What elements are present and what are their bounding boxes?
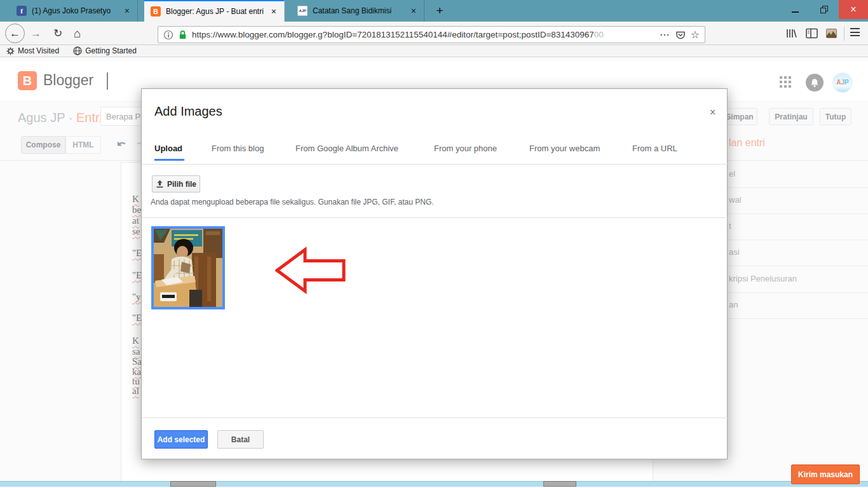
dialog-tab-from-your-webcam[interactable]: From your webcam [529, 144, 600, 153]
browser-tab[interactable]: f(1) Agus Joko Prasetyo× [10, 0, 138, 22]
dialog-tab-from-a-url[interactable]: From a URL [632, 144, 677, 153]
gear-icon [6, 47, 15, 55]
https-lock-icon [178, 30, 187, 40]
browser-tab[interactable]: AJPCatatan Sang Bidikmisi× [291, 0, 424, 22]
bookmark-label: Most Visited [18, 46, 59, 55]
choose-file-button[interactable]: Pilih file [152, 175, 200, 193]
pocket-icon[interactable] [675, 29, 686, 41]
screenshot-extension-icon[interactable] [826, 29, 837, 38]
tab-title: Blogger: Agus JP - Buat entri [166, 7, 265, 16]
dialog-close-icon[interactable]: × [710, 107, 715, 118]
toolbar-separator [844, 27, 844, 41]
sidebars-icon[interactable] [806, 28, 818, 39]
send-feedback-button[interactable]: Kirim masukan [791, 464, 860, 484]
scrollbar-thumb[interactable] [170, 481, 216, 487]
dialog-tab-from-google-album-archive[interactable]: From Google Album Archive [295, 144, 398, 153]
site-info-icon[interactable] [163, 30, 173, 40]
ajp-icon: AJP [297, 6, 308, 16]
window-close-button[interactable]: × [839, 0, 868, 19]
upload-note: Anda dapat mengupload beberapa file seka… [151, 198, 434, 207]
choose-file-label: Pilih file [167, 180, 196, 189]
dialog-tab-upload[interactable]: Upload [154, 144, 182, 153]
photo-classroom-scene [154, 229, 222, 307]
dialog-tab-from-your-phone[interactable]: From your phone [434, 144, 497, 153]
dialog-divider [142, 164, 728, 165]
url-faded-part: 00 [594, 30, 604, 39]
page-actions-icon[interactable]: ··· [660, 30, 670, 39]
minimize-icon [792, 11, 799, 13]
restore-icon [820, 6, 828, 13]
bookmark-label: Getting Started [85, 46, 137, 55]
dialog-divider [142, 217, 728, 218]
back-button[interactable]: ← [5, 24, 25, 43]
menu-hamburger-icon[interactable] [850, 28, 860, 36]
dialog-tab-from-this-blog[interactable]: From this blog [212, 144, 264, 153]
url-bar[interactable]: https://www.blogger.com/blogger.g?blogID… [158, 26, 705, 43]
globe-icon [73, 46, 82, 55]
blogger-icon: B [151, 6, 161, 17]
browser-tab[interactable]: BBlogger: Agus JP - Buat entri× [144, 0, 285, 22]
library-icon[interactable] [785, 28, 798, 39]
dialog-footer-divider [142, 417, 728, 418]
tab-title: (1) Agus Joko Prasetyo [32, 6, 118, 15]
tab-title: Catatan Sang Bidikmisi [313, 6, 405, 15]
url-text[interactable]: https://www.blogger.com/blogger.g?blogID… [192, 30, 656, 39]
scrollbar-thumb[interactable] [543, 481, 576, 487]
active-tab-underline [154, 159, 184, 161]
red-arrow-annotation [275, 245, 346, 295]
tab-close-icon[interactable]: × [270, 6, 278, 17]
firefox-window: f(1) Agus Joko Prasetyo×BBlogger: Agus J… [0, 0, 868, 488]
window-minimize-button[interactable] [780, 0, 810, 19]
uploaded-photo-thumbnail[interactable] [151, 226, 225, 309]
cancel-button[interactable]: Batal [217, 430, 264, 449]
facebook-icon: f [17, 6, 27, 16]
dialog-title: Add Images [154, 104, 222, 119]
back-arrow-icon: ← [10, 27, 20, 40]
forward-button[interactable]: → [31, 28, 41, 39]
browser-tab-bar: f(1) Agus Joko Prasetyo×BBlogger: Agus J… [0, 0, 868, 22]
bookmark-getting-started[interactable]: Getting Started [73, 46, 137, 55]
bookmark-most-visited[interactable]: Most Visited [6, 46, 59, 55]
tab-close-icon[interactable]: × [123, 6, 131, 16]
bookmark-star-icon[interactable]: ☆ [691, 29, 700, 41]
add-selected-button[interactable]: Add selected [154, 430, 208, 449]
new-tab-button[interactable]: + [431, 3, 449, 19]
horizontal-scrollbar-track[interactable] [0, 481, 868, 487]
tab-close-icon[interactable]: × [410, 6, 417, 16]
add-images-dialog: Add Images × UploadFrom this blogFrom Go… [141, 88, 728, 459]
reload-button[interactable]: ↻ [53, 28, 62, 39]
bookmarks-bar: Most Visited Getting Started [0, 45, 868, 57]
home-button[interactable]: ⌂ [74, 27, 81, 39]
window-restore-button[interactable] [810, 0, 839, 19]
upload-icon [156, 180, 164, 188]
window-controls: × [780, 0, 868, 19]
